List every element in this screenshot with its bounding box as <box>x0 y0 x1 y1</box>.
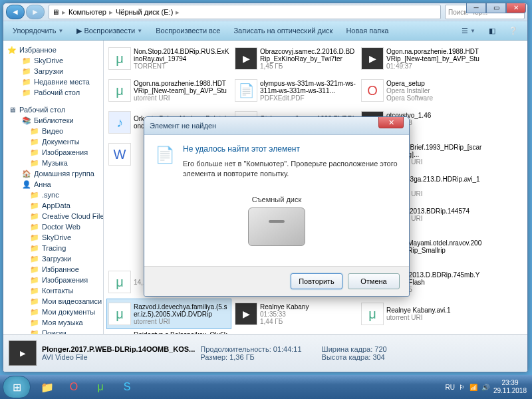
sidebar-item[interactable]: 📁Документы <box>3 136 103 147</box>
lib-icon: 📚 <box>22 116 31 125</box>
sidebar-item[interactable]: 📁Рабочий стол <box>3 87 103 98</box>
file-item[interactable]: ▶ Ogon.na.porazhenie.1988.HDTVRip_[New-t… <box>359 43 484 74</box>
tray-lang[interactable]: RU <box>445 384 454 391</box>
tray-network-icon[interactable]: 📶 <box>469 384 477 391</box>
close-button[interactable]: ✕ <box>506 3 526 13</box>
play-all-button[interactable]: Воспроизвести все <box>150 25 225 36</box>
back-button[interactable]: ◄ <box>6 5 25 19</box>
detail-filename: Plonger.2017.P.WEB-DLRip.14OOMB_KOS... <box>42 345 195 353</box>
taskbar-skype-icon[interactable]: S <box>114 376 140 398</box>
organize-button[interactable]: Упорядочить ▼ <box>7 25 68 36</box>
preview-pane-button[interactable]: ◧ <box>483 25 501 37</box>
file-item[interactable]: ▶ Realnye Kabany01:35:331,44 ГБ <box>233 299 358 329</box>
error-dialog: Элемент не найден ✕ 📄 Не удалось найти э… <box>144 116 410 297</box>
sidebar-item[interactable]: 📁Загрузки <box>3 253 103 264</box>
sidebar-item[interactable]: 📁Видео <box>3 126 103 136</box>
details-pane: ▶ Plonger.2017.P.WEB-DLRip.14OOMB_KOS...… <box>3 334 527 372</box>
folder-icon: 📁 <box>30 318 39 327</box>
folder-icon: 📁 <box>30 307 39 317</box>
file-item[interactable]: μ Razvod.i.devechya.familiya.(5.ser.iz.5… <box>106 299 231 329</box>
sidebar-item[interactable]: 📁SkyDrive <box>3 55 103 66</box>
sidebar-item[interactable]: 📁Мои видеозаписи <box>3 296 103 307</box>
sidebar-item[interactable]: 📁Музыка <box>3 158 103 168</box>
sidebar-item[interactable]: 📁Изображения <box>3 275 103 285</box>
folder-icon: 📁 <box>30 233 39 242</box>
tray-clock[interactable]: 23:3929.11.2018 <box>493 379 527 395</box>
sidebar-item[interactable]: ⭐Избранное <box>3 45 103 55</box>
cancel-button[interactable]: Отмена <box>348 273 400 289</box>
folder-icon: 📁 <box>22 66 31 76</box>
tray-flag-icon[interactable]: 🏳 <box>459 384 466 391</box>
maximize-button[interactable]: ▭ <box>486 3 506 13</box>
bc-drive[interactable]: Чёрный диск (E:) <box>116 8 173 16</box>
taskbar-utorrent-icon[interactable]: μ <box>88 376 113 398</box>
sidebar-item[interactable]: 👤Анна <box>3 179 103 190</box>
file-name: Razvod.i.devechya.familiya.(5.ser.iz.5).… <box>134 303 229 318</box>
star-icon: ⭐ <box>7 45 17 55</box>
dialog-title: Элемент не найден <box>150 122 216 130</box>
burn-button[interactable]: Записать на оптический диск <box>228 25 338 36</box>
bc-computer[interactable]: Компьютер <box>68 8 106 16</box>
sidebar-item[interactable]: 📁.sync <box>3 190 103 200</box>
help-button[interactable]: ❔ <box>503 25 523 37</box>
file-meta: PDFXEdit.PDF <box>260 94 356 102</box>
toolbar: Упорядочить ▼ ▶ Воспроизвести ▼ Воспроиз… <box>3 21 527 41</box>
folder-icon: 📁 <box>30 148 39 157</box>
sidebar-item[interactable]: 🖥Рабочий стол <box>3 104 103 115</box>
file-item[interactable]: ▶ Obrazcovyj.samec.2.2016.D.BDRip_ExKino… <box>233 43 358 74</box>
folder-icon: 📁 <box>30 297 39 306</box>
sidebar-item[interactable]: 🏠Домашняя группа <box>3 168 103 179</box>
computer-icon: 🖥 <box>52 8 59 16</box>
sidebar: ⭐Избранное📁SkyDrive📁Загрузки📁Недавние ме… <box>3 41 104 334</box>
taskbar-explorer-icon[interactable]: 📁 <box>35 376 60 398</box>
file-meta: 1,45 ГБ <box>260 63 356 70</box>
torrent-icon: μ <box>108 271 131 293</box>
video-icon: ▶ <box>9 340 37 366</box>
drive-label: Съемный диск <box>155 196 398 203</box>
file-item[interactable]: 📄 olympus-ws-331m-ws-321m-ws-311m-ws-331… <box>233 75 358 106</box>
sidebar-item[interactable]: 📁Doctor Web <box>3 221 103 232</box>
dialog-close-button[interactable]: ✕ <box>378 116 404 128</box>
file-item[interactable]: μ Non.Stop.2014.BDRip.RUS.ExKinoRay.avi_… <box>106 43 231 74</box>
tray-volume-icon[interactable]: 🔊 <box>481 384 489 391</box>
file-item[interactable]: μ Realnye Kabany.avi.1utorrent URI <box>359 299 484 329</box>
video-icon: ▶ <box>361 47 384 70</box>
new-folder-button[interactable]: Новая папка <box>340 25 394 36</box>
file-name: Ogon.na.porazhenie.1988.HDTVRip_[New-tea… <box>386 48 482 63</box>
torrent-icon: μ <box>108 303 131 325</box>
taskbar: ⊞ 📁 O μ S RU 🏳 📶 🔊 23:3929.11.2018 <box>0 375 532 399</box>
sidebar-item[interactable]: 📁Мои документы <box>3 307 103 317</box>
view-options-button[interactable]: ☰ ▼ <box>456 25 481 37</box>
file-item[interactable]: O Opera_setupOpera InstallerOpera Softwa… <box>359 75 484 106</box>
dialog-message: Его больше нет в "Компьютер". Проверьте … <box>183 159 398 180</box>
file-name: Ogon.na.porazhenie.1988.HDTVRip_[New-tea… <box>134 80 229 94</box>
forward-button[interactable]: ► <box>26 5 45 19</box>
minimize-button[interactable]: ─ <box>466 3 486 13</box>
folder-icon: 📁 <box>30 329 39 334</box>
dialog-titlebar[interactable]: Элемент не найден ✕ <box>144 117 409 135</box>
sidebar-item[interactable]: 📁Моя музыка <box>3 317 103 328</box>
sidebar-item[interactable]: 📚Библиотеки <box>3 115 103 126</box>
breadcrumb[interactable]: 🖥▸ Компьютер▸ Чёрный диск (E:)▸ <box>49 5 441 19</box>
home-icon: 🏠 <box>22 169 31 178</box>
file-name: Realnye Kabany.avi.1 <box>386 307 482 314</box>
sidebar-item[interactable]: 📁Недавние места <box>3 76 103 87</box>
file-meta: TORRENT <box>134 63 229 70</box>
sidebar-item[interactable]: 📁Контакты <box>3 285 103 296</box>
retry-button[interactable]: Повторить <box>291 273 342 289</box>
folder-icon: 📁 <box>30 243 39 253</box>
sidebar-item[interactable]: 📁Creative Cloud Files <box>3 211 103 221</box>
start-button[interactable]: ⊞ <box>3 376 31 398</box>
file-item[interactable]: μ Ogon.na.porazhenie.1988.HDTVRip_[New-t… <box>106 75 231 106</box>
play-button[interactable]: ▶ Воспроизвести ▼ <box>71 25 148 37</box>
folder-icon: 📁 <box>30 158 39 168</box>
file-name: Obrazcovyj.samec.2.2016.D.BDRip_ExKinoRa… <box>260 48 356 63</box>
sidebar-item[interactable]: 📁SkyDrive <box>3 232 103 243</box>
sidebar-item[interactable]: 📁Tracing <box>3 243 103 253</box>
taskbar-opera-icon[interactable]: O <box>61 376 86 398</box>
sidebar-item[interactable]: 📁Загрузки <box>3 66 103 76</box>
sidebar-item[interactable]: 📁AppData <box>3 200 103 211</box>
sidebar-item[interactable]: 📁Избранное <box>3 264 103 275</box>
sidebar-item[interactable]: 📁Изображения <box>3 147 103 158</box>
sidebar-item[interactable]: 📁Поиски <box>3 328 103 334</box>
